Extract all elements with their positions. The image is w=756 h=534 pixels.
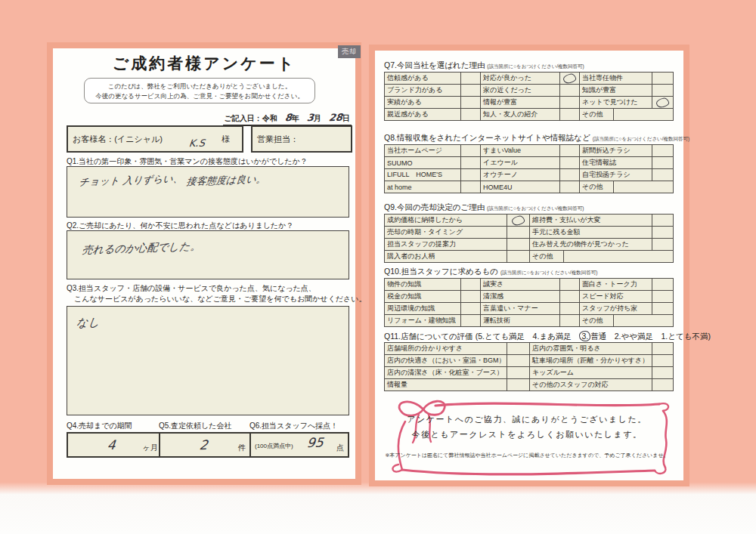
q8-options-table: 当社ホームページすまいValue新聞折込チラシSUUMOイエウール住宅情報誌LI… xyxy=(384,144,674,193)
option-checkbox-cell xyxy=(652,343,674,355)
option-label: オウチーノ xyxy=(481,169,560,181)
other-option-label: その他 xyxy=(530,251,564,263)
q6-value-handwritten: 95 xyxy=(306,435,324,451)
customer-name-field: お客様名：(イニシャル) K.S 様 xyxy=(67,125,243,153)
option-checkbox-cell xyxy=(461,73,481,85)
other-write-in-cell xyxy=(564,251,674,263)
q1-answer-handwritten-2: 接客態度は良い。 xyxy=(186,172,267,189)
option-label: 情報量 xyxy=(385,379,507,391)
option-label: 自宅投函チラシ xyxy=(580,169,652,181)
option-checkbox-cell xyxy=(461,97,481,109)
q8-table: 当社ホームページすまいValue新聞折込チラシSUUMOイエウール住宅情報誌LI… xyxy=(384,144,674,193)
option-label: at home xyxy=(385,181,461,193)
q5-value-handwritten: 2 xyxy=(199,437,209,452)
option-label: 知人・友人の紹介 xyxy=(481,109,560,121)
option-label: LIFULL HOME'S xyxy=(385,169,461,181)
option-checkbox-cell xyxy=(507,379,530,391)
other-option-label: その他 xyxy=(580,181,614,193)
thanks-line-2: 今後ともアークレストをよろしくお願いいたします。 xyxy=(381,429,673,440)
q3-answer-box: なし xyxy=(67,306,349,415)
q7-heading: Q7.今回当社を選ばれた理由 (該当箇所に○をおつけください/複数回答可) xyxy=(384,60,584,71)
option-row: 売却の時期・タイミング手元に残る金額 xyxy=(385,227,674,239)
option-label: 店内の快適さ（におい・室温・BGM） xyxy=(385,355,507,367)
option-label: 知識が豊富 xyxy=(580,85,652,97)
q6-score-prefix: (100点満点中) xyxy=(255,442,293,450)
option-checkbox-cell xyxy=(461,169,481,181)
q7-options-table: 信頼感がある対応が良かった当社専任物件ブランド力がある家の近くだった知識が豊富実… xyxy=(384,72,674,121)
scanned-survey-document: { "badge": "売却", "left": { "title": "ご成約… xyxy=(0,0,756,534)
q9-options-table: 成約価格に納得したから維持費・支払いが大変売却の時期・タイミング手元に残る金額担… xyxy=(384,214,674,263)
intro-line-1: このたびは、弊社をご利用いただきありがとうございました。 xyxy=(85,82,314,91)
other-write-in-cell xyxy=(614,109,674,121)
q9-note: (該当箇所に○をおつけください/複数回答可) xyxy=(487,205,584,211)
option-checkbox-cell xyxy=(507,343,530,355)
option-label: 当社専任物件 xyxy=(580,73,652,85)
option-row: 担当スタッフの提案力住み替え先の物件が見つかった xyxy=(385,239,674,251)
q11-title-post: 普通 2.やや満足 1.とても不満) xyxy=(590,332,711,341)
q3-label-line2: こんなサービスがあったらいいな、などご意見・ご要望を何でもお聞かせください。 xyxy=(74,294,367,304)
option-checkbox-cell xyxy=(652,239,674,251)
option-checkbox-cell xyxy=(652,291,674,303)
q7-table: 信頼感がある対応が良かった当社専任物件ブランド力がある家の近くだった知識が豊富実… xyxy=(384,72,674,121)
q2-answer-handwritten: 売れるのか心配でした。 xyxy=(82,239,202,257)
customer-name-suffix: 様 xyxy=(222,134,230,145)
option-label: 当社ホームページ xyxy=(385,145,461,157)
q3-answer-handwritten: なし xyxy=(76,315,101,330)
option-checkbox-cell xyxy=(461,315,481,327)
option-label: 物件の知識 xyxy=(385,279,461,291)
option-checkbox-cell xyxy=(461,157,481,169)
option-checkbox-cell xyxy=(652,379,674,391)
q10-note: (該当箇所に○をおつけください/複数回答可) xyxy=(500,270,597,275)
option-label: 店内の雰囲気・明るさ xyxy=(530,343,652,355)
option-label: 売却の時期・タイミング xyxy=(385,227,507,239)
q4-value-handwritten: 4 xyxy=(107,437,116,452)
q8-title: Q8.情報収集をされたインターネットサイトや情報誌など xyxy=(384,133,590,142)
q9-heading: Q9.今回の売却決定のご理由 (該当箇所に○をおつけください/複数回答可) xyxy=(384,202,584,213)
q9-table: 成約価格に納得したから維持費・支払いが大変売却の時期・タイミング手元に残る金額担… xyxy=(384,214,674,263)
q10-table: 物件の知識誠実さ面白さ・トーク力税金の知識清潔感スピード対応周辺環境の知識言葉遣… xyxy=(384,278,674,327)
q6-answer-box: (100点満点中) 95 点 xyxy=(249,432,349,458)
q2-label: Q2.ご売却にあたり、何か不安に思われた点などはありましたか？ xyxy=(67,221,294,231)
option-row: リフォーム・建物知識運転技術その他 xyxy=(385,315,674,327)
q11-title-pre: Q11.店舗についての評価 (5.とても満足 4.まあ満足 xyxy=(384,332,579,341)
thank-you-ribbon-box: アンケートへのご協力、誠にありがとうございました。 今後ともアークレストをよろし… xyxy=(381,394,673,479)
option-checkbox-cell xyxy=(507,251,530,263)
option-label: リフォーム・建物知識 xyxy=(385,315,461,327)
q11-options-table: 店舗場所の分かりやすさ店内の雰囲気・明るさ店内の快適さ（におい・室温・BGM）駐… xyxy=(384,342,674,391)
option-checkbox-cell xyxy=(461,279,481,291)
option-row: 購入者のお人柄その他 xyxy=(385,251,674,263)
option-label: スタッフが持ち家 xyxy=(580,303,652,315)
fill-date-line: ご記入日：令和8年3月28日 xyxy=(223,112,352,126)
option-label: ネットで見つけた xyxy=(580,97,652,109)
option-checkbox-cell xyxy=(652,97,674,109)
option-row: 信頼感がある対応が良かった当社専任物件 xyxy=(385,73,674,85)
q11-table: 店舗場所の分かりやすさ店内の雰囲気・明るさ店内の快適さ（におい・室温・BGM）駐… xyxy=(384,342,674,391)
date-year-unit: 年 xyxy=(292,114,299,122)
option-label: スピード対応 xyxy=(580,291,652,303)
form-title: ご成約者様アンケート xyxy=(53,53,355,74)
option-row: SUUMOイエウール住宅情報誌 xyxy=(385,157,674,169)
option-label: 家の近くだった xyxy=(481,85,560,97)
option-label: 住宅情報誌 xyxy=(580,157,652,169)
option-checkbox-cell xyxy=(560,97,580,109)
option-row: 成約価格に納得したから維持費・支払いが大変 xyxy=(385,215,674,227)
other-option-label: その他 xyxy=(580,109,614,121)
option-checkbox-cell xyxy=(652,279,674,291)
handwritten-circle-mark xyxy=(655,97,670,108)
option-checkbox-cell xyxy=(652,145,674,157)
option-label: 対応が良かった xyxy=(481,73,560,85)
date-month-handwritten: 3 xyxy=(306,112,314,123)
other-write-in-cell xyxy=(614,181,674,193)
q10-heading: Q10.担当スタッフに求めるもの (該当箇所に○をおつけください/複数回答可) xyxy=(384,267,597,277)
option-checkbox-cell xyxy=(652,157,674,169)
intro-message-box: このたびは、弊社をご利用いただきありがとうございました。 今後の更なるサービス向… xyxy=(84,78,315,103)
option-label: 店舗場所の分かりやすさ xyxy=(385,343,507,355)
survey-page-left: 売却 ご成約者様アンケート このたびは、弊社をご利用いただきありがとうございまし… xyxy=(47,42,361,485)
thanks-line-1: アンケートへのご協力、誠にありがとうございました。 xyxy=(381,414,673,425)
option-checkbox-cell xyxy=(560,109,580,121)
option-row: 周辺環境の知識言葉遣い・マナースタッフが持ち家 xyxy=(385,303,674,315)
option-checkbox-cell xyxy=(560,73,580,85)
date-year-handwritten: 8 xyxy=(284,112,293,123)
handwritten-circle-mark xyxy=(562,73,577,84)
sales-agent-field: 営業担当： xyxy=(251,125,352,153)
